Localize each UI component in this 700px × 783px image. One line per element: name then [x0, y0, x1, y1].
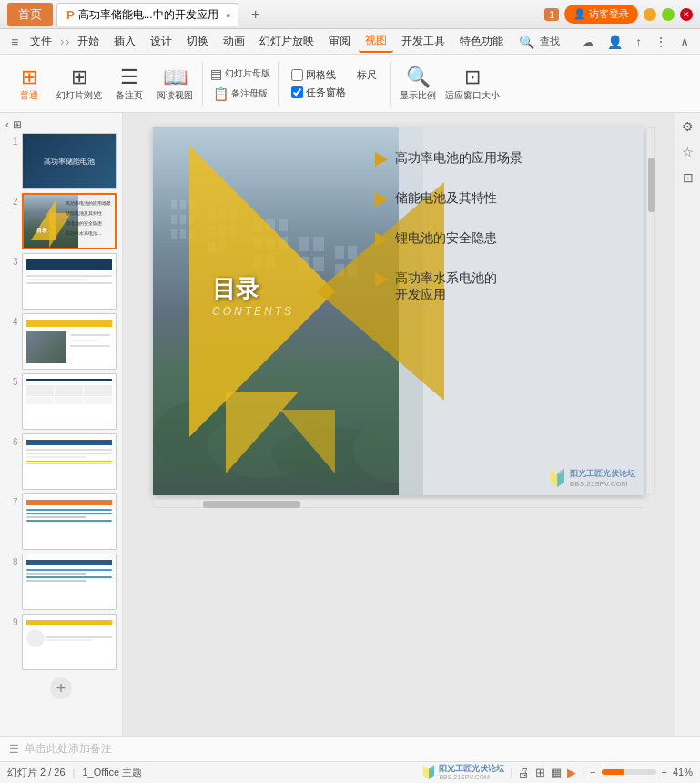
svg-rect-3 [171, 215, 177, 224]
slide-item-2[interactable]: 2 目录 高功率电池的应用场景 储能电池及其特性 锂电池的安全隐患 高功率水系电… [5, 193, 117, 249]
slide-vscroll[interactable] [646, 127, 655, 495]
toolbar-handout-master[interactable]: ▤ 幻灯片母版 [208, 65, 272, 83]
gridlines-checkbox[interactable] [291, 69, 303, 81]
toolbar-fit-window[interactable]: ⊡ 适应窗口大小 [441, 64, 503, 104]
home-button[interactable]: 首页 [7, 3, 53, 26]
add-slide-button[interactable]: + [50, 677, 72, 699]
slide-browser-icon: ⊞ [71, 66, 87, 89]
maximize-button[interactable] [662, 8, 675, 21]
toolbar: ⊞ 普通 ⊞ 幻灯片浏览 ☰ 备注页 📖 阅读视图 ▤ 幻灯片母版 📋 备注母版… [0, 55, 700, 113]
slide-item-8[interactable]: 8 [5, 554, 117, 610]
toolbar-taskpane-check[interactable]: 任务窗格 [291, 86, 377, 99]
slide-thumb-7[interactable] [22, 493, 117, 550]
toc-slide: 目录 CONTENTS 高功率电池的应用场景 储能电池及其特性 [153, 127, 644, 495]
toc-item-2: 储能电池及其特性 [375, 190, 628, 207]
slide-item-9[interactable]: 9 [5, 614, 117, 670]
close-button[interactable]: ✕ [680, 8, 693, 21]
view-normal-icon[interactable]: ⊞ [535, 766, 545, 779]
slide-panel-header: ‹ ⊞ [0, 117, 122, 133]
zoom-level: 41% [673, 767, 693, 778]
slide-thumb-3[interactable] [22, 253, 117, 310]
share-icon[interactable]: ↑ [632, 33, 645, 51]
slide-item-6[interactable]: 6 [5, 433, 117, 490]
menu-insert[interactable]: 插入 [107, 31, 142, 52]
panel-collapse-icon[interactable]: ‹ [5, 118, 9, 131]
handout-label: 幻灯片母版 [225, 67, 270, 80]
slide-thumb-6-bg [23, 434, 116, 489]
search-label[interactable]: 查找 [540, 35, 560, 48]
toolbar-display-scale[interactable]: 🔍 显示比例 [396, 64, 440, 104]
tab-status: ● [226, 10, 231, 20]
toolbar-reading-view[interactable]: 📖 阅读视图 [153, 64, 197, 104]
menu-file[interactable]: 文件 [24, 31, 58, 52]
zoom-plus[interactable]: + [662, 767, 667, 778]
print-icon[interactable]: 🖨 [518, 766, 530, 779]
menu-special[interactable]: 特色功能 [453, 31, 510, 52]
reading-view-icon: 📖 [163, 66, 188, 89]
menu-hamburger-icon[interactable]: ≡ [7, 33, 22, 51]
sidebar-settings-icon[interactable]: ⚙ [678, 117, 698, 137]
slide-thumb-4-bg [23, 314, 116, 369]
zoom-minus[interactable]: − [590, 767, 595, 778]
minimize-button[interactable] [644, 8, 656, 21]
menu-animation[interactable]: 动画 [217, 31, 251, 52]
play-icon[interactable]: ▶ [567, 766, 576, 779]
slide-hscroll[interactable] [153, 499, 644, 508]
notes-page-label: 备注页 [116, 89, 143, 102]
user2-icon[interactable]: 👤 [604, 33, 626, 51]
toc-arrow-1 [375, 152, 388, 167]
slide-hscroll-thumb[interactable] [203, 501, 301, 508]
slide-canvas[interactable]: 目录 CONTENTS 高功率电池的应用场景 储能电池及其特性 [153, 127, 644, 495]
svg-rect-31 [335, 264, 344, 277]
status-divider-3: | [582, 767, 584, 778]
view-grid-icon[interactable]: ▦ [551, 766, 562, 779]
ruler-label: 标尺 [357, 68, 377, 82]
slide-thumb-6[interactable] [22, 433, 117, 490]
sidebar-expand-icon[interactable]: ⊡ [678, 168, 698, 188]
toolbar-slide-browser[interactable]: ⊞ 幻灯片浏览 [53, 64, 106, 104]
document-tab[interactable]: P 高功率储能电...中的开发应用 ● [56, 3, 238, 26]
slide-num-8: 8 [5, 554, 18, 567]
menu-design[interactable]: 设计 [144, 31, 178, 52]
menu-bar: ≡ 文件 › › 开始 插入 设计 切换 动画 幻灯片放映 审阅 视图 开发工具… [0, 29, 700, 55]
slide-item-1[interactable]: 1 高功率储能电池 [5, 133, 117, 189]
slide-thumb-9[interactable] [22, 614, 117, 670]
svg-rect-11 [229, 209, 237, 220]
cloud-icon[interactable]: ☁ [578, 33, 598, 51]
slide-vscroll-thumb[interactable] [648, 158, 655, 212]
svg-rect-22 [279, 237, 288, 249]
toolbar-notes-page[interactable]: ☰ 备注页 [107, 64, 151, 104]
slide-item-3[interactable]: 3 [5, 253, 117, 310]
sidebar-star-icon[interactable]: ☆ [678, 142, 698, 162]
slide-thumb-1[interactable]: 高功率储能电池 [22, 133, 117, 189]
slide-item-4[interactable]: 4 [5, 313, 117, 370]
svg-rect-13 [218, 226, 226, 237]
add-tab-button[interactable]: + [242, 3, 269, 26]
search-icon[interactable]: 🔍 [515, 33, 538, 51]
slide-thumb-8[interactable] [22, 554, 117, 610]
notes-bar[interactable]: ☰ 单击此处添加备注 [0, 736, 700, 761]
slide-item-7[interactable]: 7 [5, 493, 117, 550]
slide-thumb-2[interactable]: 目录 高功率电池的应用场景 储能电池及其特性 锂电池的安全隐患 高功率水系电池.… [22, 193, 117, 249]
taskpane-checkbox[interactable] [291, 86, 303, 98]
toolbar-normal-view[interactable]: ⊞ 普通 [7, 64, 51, 104]
collapse-icon[interactable]: ∧ [676, 33, 693, 51]
menu-review[interactable]: 审阅 [322, 31, 357, 52]
menu-view[interactable]: 视图 [359, 30, 393, 53]
toolbar-gridlines-check[interactable]: 网格线 标尺 [291, 68, 377, 82]
taskpane-label: 任务窗格 [306, 86, 346, 99]
more-icon[interactable]: ⋮ [651, 33, 671, 51]
visit-login-button[interactable]: 👤 访客登录 [564, 5, 638, 24]
menu-start[interactable]: 开始 [71, 31, 106, 52]
slide-thumb-4[interactable] [22, 313, 117, 370]
panel-view-icon[interactable]: ⊞ [13, 118, 22, 131]
menu-switch[interactable]: 切换 [180, 31, 215, 52]
toolbar-notes-master[interactable]: 📋 备注母版 [211, 85, 269, 103]
toc-arrow-4 [375, 272, 388, 287]
user-icon: 👤 [573, 8, 586, 20]
slide-item-5[interactable]: 5 [5, 373, 117, 430]
slide-thumb-5[interactable] [22, 373, 117, 430]
theme-info: 1_Office 主题 [82, 766, 142, 779]
menu-devtools[interactable]: 开发工具 [395, 31, 451, 52]
menu-slideshow[interactable]: 幻灯片放映 [253, 31, 320, 52]
